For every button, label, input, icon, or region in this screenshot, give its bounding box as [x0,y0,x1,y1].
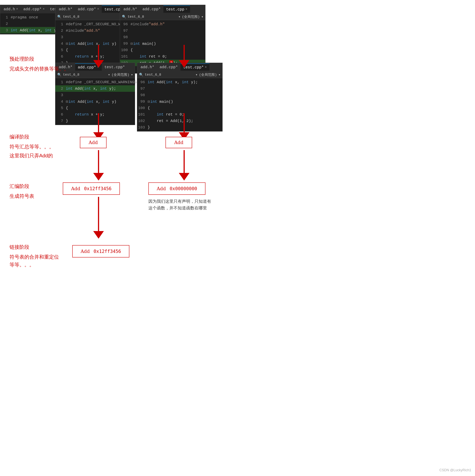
code-line: 98 [137,92,222,98]
tab-label: add.h* [141,65,154,69]
tab-label: add.cpp* [78,7,96,11]
stage-compile-title: 编译阶段 [10,133,54,141]
stage-link-desc: 符号表的合并和重定位 等等。。。 [10,253,59,269]
arrow-preprocess-right [179,45,189,68]
compile-box-left-label: Add [89,140,98,145]
stage-assemble-desc: 生成符号表 [10,192,34,200]
assemble-box-left: Add 0x12ff3456 [63,182,120,195]
stage-assemble-title: 汇编阶段 [10,182,34,190]
stage-compile-desc2: 这里我们只弄Add的 [10,152,54,160]
toolbar-search-icon-tr: 🔍 [122,15,126,19]
ide-tabs-top-left: add.h × add.cpp* × test.cpp* [0,5,57,13]
tab-add-cpp-tl[interactable]: add.cpp* × [21,5,47,13]
compile-box-left: Add [80,137,107,148]
stage-assemble-label: 汇编阶段 生成符号表 [10,182,34,200]
toolbar-scope-tr: (全局范围) [182,15,200,19]
assemble-right-fn: Add [157,186,166,191]
toolbar-search-icon-ml: 🔍 [57,73,61,77]
code-line: 100 { [137,105,222,111]
close-icon-tl1[interactable]: × [16,7,18,11]
toolbar-separator-ml: ▾ [108,73,110,77]
compile-box-right: Add [165,137,192,148]
arrow-compile-left [93,113,104,140]
toolbar-scope-ml: (全局范围) [112,72,129,77]
code-line: 2 [0,20,57,27]
stage-preprocess-desc: 完成头文件的替换等等。。 [10,65,69,73]
code-line: 98 [120,34,205,40]
link-addr: 0x12ff3456 [93,249,121,254]
code-line: 4 ⊟int Add(int x, int y) [55,98,135,105]
tab-add-cpp-mr[interactable]: add.cpp* [157,64,181,71]
tab-label: add.h [4,7,15,11]
stage-preprocess-title: 预处理阶段 [10,55,69,63]
toolbar-file-label-tr: test_6_8 [128,15,144,19]
code-line: 101 int ret = 0; [120,53,205,60]
assemble-left-fn: Add [71,186,80,191]
stage-compile-desc1: 符号汇总等等。。。 [10,143,54,151]
tab-label: add.cpp* [143,7,161,11]
arrow-assemble-left [93,150,104,181]
toolbar-search-icon-mr: 🔍 [139,73,143,77]
code-line: 99 ⊟int main() [137,98,222,105]
toolbar-chevron-ml: ▾ [131,73,133,77]
code-line: 1 #pragma once [0,14,57,20]
ide-tabs-top-right: add.h* add.cpp* test.cpp × [120,5,205,13]
tab-label: add.h* [124,7,137,11]
toolbar-scope-mr: (全局范围) [199,72,217,77]
tab-label: add.h* [59,7,73,11]
code-line: 96 int Add(int x, int y); [137,79,222,85]
code-line: 100 { [120,47,205,53]
close-icon-mr[interactable]: × [205,66,207,69]
compile-box-right-label: Add [174,140,183,145]
toolbar-chevron-tr: ▾ [201,15,203,19]
tab-add-cpp-tm[interactable]: add.cpp* × [75,5,102,13]
stage-link-label: 链接阶段 符号表的合并和重定位 等等。。。 [10,243,59,269]
stage-compile-label: 编译阶段 符号汇总等等。。。 这里我们只弄Add的 [10,133,54,160]
ide-toolbar-mr: 🔍 test_6_8 ▾ (全局范围) ▾ [137,71,222,78]
tab-test-cpp-tr[interactable]: test.cpp × [164,5,190,13]
ide-content-tl: 1 #pragma once 2 3 int Add(int x, int y)… [0,13,57,34]
toolbar-search-icon: 🔍 [57,15,61,19]
code-line: 3 [55,92,135,98]
toolbar-separator-tr: ▾ [179,15,181,19]
assemble-right-note: 因为我们这里只有声明，只知道有这个函数，并不知道函数在哪里 [148,198,215,211]
toolbar-file-label-ml: test_6_8 [63,73,79,77]
code-line: 97 [120,27,205,34]
code-line: 99 ⊟int main() [120,40,205,47]
assemble-box-right: Add 0x00000000 [148,182,205,195]
arrow-link [93,197,104,239]
link-fn: Add [81,249,90,254]
toolbar-file-label-mr: test_6_8 [145,73,161,77]
tab-label: test.cpp [166,7,184,12]
ide-toolbar-tr: 🔍 test_6_8 ▾ (全局范围) ▾ [120,13,205,20]
code-line: 2 int Add(int x, int y); [55,85,135,92]
stage-link-title: 链接阶段 [10,243,59,251]
tab-add-cpp-tr[interactable]: add.cpp* [140,5,164,13]
close-icon-tr[interactable]: × [185,8,187,11]
code-line: 96 #include"add.h" [120,21,205,27]
tab-add-h-mr[interactable]: add.h* [138,64,157,71]
arrow-compile-right [179,113,189,140]
tab-add-h-tm[interactable]: add.h* [56,5,75,13]
code-line: 3 int Add(int x, int y); [0,27,57,34]
toolbar-separator-mr: ▾ [196,73,198,77]
stage-preprocess-label: 预处理阶段 完成头文件的替换等等。。 [10,55,69,73]
link-box: Add 0x12ff3456 [72,245,129,257]
arrow-preprocess-left [93,45,104,68]
ide-window-top-left: add.h × add.cpp* × test.cpp* 1 #pragma o… [0,5,57,34]
code-line: 1 #define _CRT_SECURE_NO_WARNINGS 1 [55,79,135,85]
tab-label: add.cpp* [160,65,178,69]
code-line: 5 { [55,105,135,111]
tab-label: add.cpp* [23,7,42,11]
close-icon-tl2[interactable]: × [43,7,45,11]
tab-add-h-tr[interactable]: add.h* [121,5,140,13]
close-icon-tm2[interactable]: × [97,7,99,11]
code-line: 97 [137,85,222,92]
tab-test-cpp-ml[interactable]: test.cpp* [102,64,128,71]
toolbar-file-label: test_6_8 [63,15,79,19]
tab-add-h-tl[interactable]: add.h × [1,5,21,13]
arrow-assemble-right [179,150,189,181]
tab-label: test.cpp* [104,65,125,69]
assemble-right-addr: 0x00000000 [170,186,197,191]
toolbar-chevron-mr: ▾ [218,73,220,77]
